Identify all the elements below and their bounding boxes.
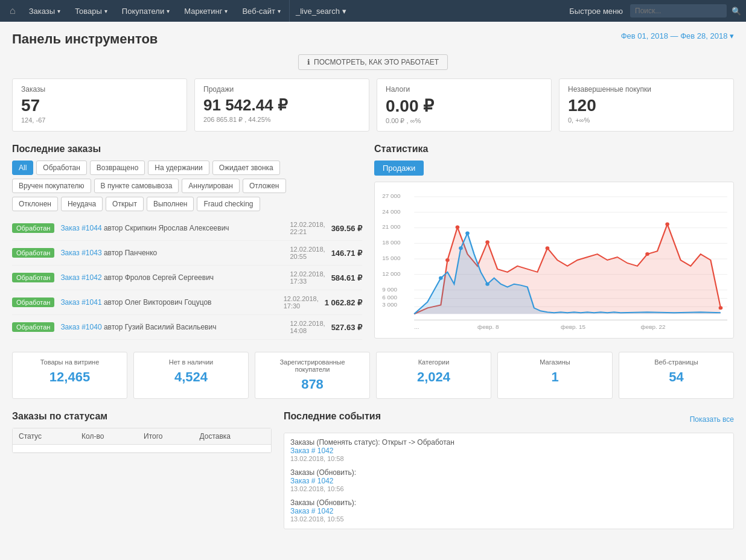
svg-text:18 000: 18 000 — [382, 240, 400, 246]
page-title: Панель инструментов — [12, 31, 158, 47]
orders-status-table: Статус Кол-во Итого Доставка — [12, 428, 272, 453]
nav-products[interactable]: Товары ▾ — [69, 0, 113, 22]
svg-point-30 — [465, 231, 470, 235]
stat-card-abandoned: Незавершенные покупки 120 0, +∞% — [559, 78, 734, 132]
global-search-input[interactable] — [630, 4, 727, 18]
svg-point-22 — [485, 240, 489, 244]
event-time: 13.02.2018, 10:56 — [290, 485, 727, 492]
filter-btn-deferred[interactable]: Отложен — [243, 179, 286, 193]
order-link[interactable]: Заказ #1042 — [60, 273, 101, 282]
top-navigation: ⌂ Заказы ▾ Товары ▾ Покупатели ▾ Маркети… — [0, 0, 746, 22]
filter-btn-processed[interactable]: Обработан — [36, 161, 87, 175]
filter-btn-returned[interactable]: Возвращено — [90, 161, 145, 175]
order-amount: 369.56 ₽ — [331, 224, 362, 233]
stat-card-orders: Заказы 57 124, -67 — [12, 78, 187, 132]
how-it-works-button[interactable]: ℹ ПОСМОТРЕТЬ, КАК ЭТО РАБОТАЕТ — [298, 54, 448, 70]
event-item: Заказы (Обновить): Заказ # 1042 13.02.20… — [290, 498, 727, 523]
order-filter-row-3: Отклонен Неудача Открыт Выполнен Fraud c… — [12, 197, 362, 211]
order-link[interactable]: Заказ #1040 — [60, 323, 101, 331]
filter-btn-rejected[interactable]: Отклонен — [12, 197, 58, 211]
order-date: 12.02.2018,17:33 — [290, 270, 325, 285]
recent-events-title: Последние события — [284, 411, 381, 422]
table-row — [13, 445, 271, 453]
order-status-badge: Обработан — [12, 248, 54, 258]
nav-website[interactable]: Веб-сайт ▾ — [236, 0, 286, 22]
bs-label-stores: Магазины — [506, 358, 604, 366]
order-row: Обработан Заказ #1043 автор Панченко 12.… — [12, 241, 362, 266]
stat-sub-sales: 206 865.81 ₽ , 44.25% — [203, 116, 360, 124]
svg-text:февр. 8: февр. 8 — [477, 324, 499, 330]
chevron-down-icon: ▾ — [342, 7, 346, 16]
order-row: Обработан Заказ #1040 автор Гузий Васили… — [12, 315, 362, 340]
chevron-down-icon: ▾ — [167, 8, 170, 14]
order-row: Обработан Заказ #1044 автор Скрипкин Яро… — [12, 216, 362, 241]
order-status-badge: Обработан — [12, 273, 54, 282]
stat-sub-orders: 124, -67 — [21, 116, 178, 124]
order-amount: 584.61 ₽ — [331, 273, 362, 282]
stat-value-taxes: 0.00 ₽ — [386, 96, 543, 116]
svg-point-20 — [445, 258, 450, 262]
order-link[interactable]: Заказ #1041 — [60, 298, 101, 307]
recent-orders-section: Последние заказы All Обработан Возвращен… — [12, 144, 362, 340]
nav-customers[interactable]: Покупатели ▾ — [116, 0, 176, 22]
stat-value-sales: 91 542.44 ₽ — [203, 96, 360, 115]
bs-value-stores: 1 — [506, 369, 604, 385]
order-date: 12.02.2018,17:30 — [284, 295, 319, 310]
bs-value-webpages: 54 — [628, 369, 725, 385]
svg-text:24 000: 24 000 — [382, 208, 400, 214]
nav-marketing[interactable]: Маркетинг ▾ — [178, 0, 234, 22]
event-order-link[interactable]: Заказ # 1042 — [290, 477, 334, 485]
nav-orders[interactable]: Заказы ▾ — [23, 0, 66, 22]
svg-point-24 — [645, 252, 649, 256]
filter-btn-waiting-call[interactable]: Ожидает звонка — [212, 161, 280, 175]
page-content: Панель инструментов Фев 01, 2018 — Фев 2… — [0, 22, 746, 560]
main-section: Последние заказы All Обработан Возвращен… — [12, 144, 734, 340]
quick-menu-button[interactable]: Быстрое меню — [569, 7, 623, 16]
show-all-events-link[interactable]: Показать все — [690, 415, 734, 424]
event-order-link[interactable]: Заказ # 1042 — [290, 447, 334, 455]
event-description: Заказы (Обновить): — [290, 468, 727, 477]
filter-btn-open[interactable]: Открыт — [106, 197, 144, 211]
filter-btn-delivered[interactable]: Вручен покупателю — [12, 179, 91, 193]
stat-card-taxes: Налоги 0.00 ₽ 0.00 ₽ , ∞% — [377, 78, 552, 132]
filter-btn-fraud[interactable]: Fraud checking — [197, 197, 260, 211]
sales-chart-button[interactable]: Продажи — [374, 161, 424, 176]
stat-card-webpages: Веб-страницы 54 — [619, 352, 734, 399]
chevron-down-icon: ▾ — [104, 8, 107, 14]
order-info: Заказ #1044 автор Скрипкин Ярослав Алекс… — [60, 224, 284, 232]
filter-btn-hold[interactable]: На удержании — [148, 161, 209, 175]
filter-btn-cancelled[interactable]: Аннулирован — [182, 179, 240, 193]
how-it-works-banner: ℹ ПОСМОТРЕТЬ, КАК ЭТО РАБОТАЕТ — [12, 54, 734, 70]
statistics-title: Статистика — [374, 144, 734, 154]
filter-btn-completed[interactable]: Выполнен — [147, 197, 194, 211]
order-author: автор Скрипкин Ярослав Алексеевич — [104, 224, 229, 232]
filter-btn-pickup[interactable]: В пункте самовывоза — [94, 179, 179, 193]
date-range-picker[interactable]: Фев 01, 2018 — Фев 28, 2018 ▾ — [621, 31, 734, 40]
event-order-link[interactable]: Заказ # 1042 — [290, 507, 334, 515]
filter-btn-all[interactable]: All — [12, 161, 33, 175]
bs-value-categories: 2,024 — [385, 369, 482, 385]
order-filter-row-2: Вручен покупателю В пункте самовывоза Ан… — [12, 179, 362, 193]
order-author: автор Панченко — [104, 249, 157, 257]
recent-events-section: Последние события Показать все Заказы (П… — [284, 411, 734, 529]
stats-row: Заказы 57 124, -67 Продажи 91 542.44 ₽ 2… — [12, 78, 734, 132]
search-icon[interactable]: 🔍 — [732, 7, 741, 16]
table-header-delivery: Доставка — [193, 428, 271, 445]
svg-text:21 000: 21 000 — [382, 224, 400, 230]
nav-live-search[interactable]: _live_search ▾ — [289, 0, 352, 22]
stat-label-abandoned: Незавершенные покупки — [568, 85, 725, 94]
svg-text:февр. 15: февр. 15 — [561, 324, 585, 330]
home-icon[interactable]: ⌂ — [5, 5, 21, 16]
order-link[interactable]: Заказ #1044 — [60, 224, 101, 232]
filter-btn-failed[interactable]: Неудача — [61, 197, 103, 211]
order-link[interactable]: Заказ #1043 — [60, 249, 101, 257]
order-author: автор Олег Викторович Гоцуцов — [104, 298, 212, 307]
order-list: Обработан Заказ #1044 автор Скрипкин Яро… — [12, 216, 362, 340]
svg-text:27 000: 27 000 — [382, 192, 400, 199]
chevron-down-icon: ▾ — [57, 8, 60, 14]
svg-text:9 000: 9 000 — [382, 286, 397, 292]
chart-container: 27 000 24 000 21 000 18 000 15 000 12 00… — [374, 182, 734, 339]
order-author: автор Гузий Василий Васильевич — [104, 323, 217, 331]
chevron-down-icon: ▾ — [278, 8, 281, 14]
svg-text:февр. 22: февр. 22 — [641, 324, 666, 330]
